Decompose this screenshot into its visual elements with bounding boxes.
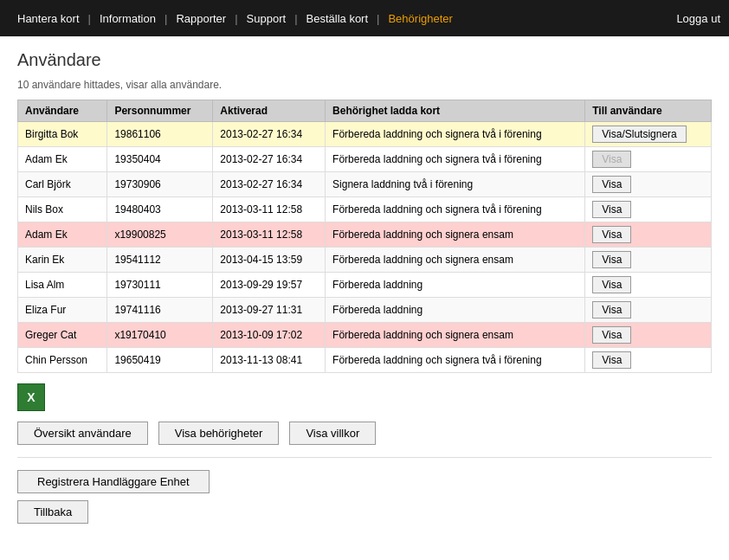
user-action-button[interactable]: Visa bbox=[592, 276, 631, 293]
table-row: Greger Catx191704102013-10-09 17:02Förbe… bbox=[18, 323, 712, 348]
user-activated: 2013-09-27 11:31 bbox=[213, 298, 326, 323]
user-activated: 2013-11-13 08:41 bbox=[213, 348, 326, 373]
user-name: Karin Ek bbox=[18, 248, 107, 273]
user-name: Greger Cat bbox=[18, 323, 107, 348]
table-row: Carl Björk197309062013-02-27 16:34Signer… bbox=[18, 172, 712, 197]
nav-rapporter[interactable]: Rapporter bbox=[167, 12, 235, 25]
user-name: Lisa Alm bbox=[18, 273, 107, 298]
user-activated: 2013-02-27 16:34 bbox=[213, 147, 326, 172]
user-permission: Förbereda laddning och signera två i för… bbox=[326, 122, 585, 147]
user-pnr: 19730906 bbox=[107, 172, 213, 197]
user-permission: Signera laddning två i förening bbox=[326, 172, 585, 197]
user-action-button[interactable]: Visa/Slutsignera bbox=[592, 126, 687, 143]
col-header-permission: Behörighet ladda kort bbox=[326, 100, 585, 122]
main-content: Användare 10 användare hittades, visar a… bbox=[0, 36, 729, 537]
visa-behorigheter-button[interactable]: Visa behörigheter bbox=[158, 422, 280, 445]
user-action-button: Visa bbox=[592, 151, 631, 168]
table-row: Nils Box194804032013-03-11 12:58Förbered… bbox=[18, 197, 712, 222]
table-row: Lisa Alm197301112013-09-29 19:57Förbered… bbox=[18, 273, 712, 298]
user-permission: Förbereda laddning och signera ensam bbox=[326, 222, 585, 248]
user-activated: 2013-03-11 12:58 bbox=[213, 222, 326, 248]
user-pnr: 19861106 bbox=[107, 122, 213, 147]
user-permission: Förbereda laddning och signera två i för… bbox=[326, 348, 585, 373]
user-action-button[interactable]: Visa bbox=[592, 201, 631, 218]
tillbaka-button[interactable]: Tillbaka bbox=[17, 500, 88, 524]
user-pnr: 19541112 bbox=[107, 248, 213, 273]
nav-bestalla-kort[interactable]: Beställa kort bbox=[298, 12, 377, 25]
oversikt-button[interactable]: Översikt användare bbox=[17, 422, 148, 445]
registrera-button[interactable]: Registrera Handläggare Enhet bbox=[17, 470, 210, 493]
user-pnr: 19480403 bbox=[107, 197, 213, 222]
bottom-buttons-row1: Översikt användare Visa behörigheter Vis… bbox=[17, 422, 712, 445]
table-row: Birgitta Bok198611062013-02-27 16:34Förb… bbox=[18, 122, 712, 147]
user-action-button[interactable]: Visa bbox=[592, 326, 631, 344]
user-action-button[interactable]: Visa bbox=[592, 351, 631, 369]
nav-hantera-kort[interactable]: Hantera kort bbox=[9, 12, 88, 25]
user-name: Adam Ek bbox=[18, 222, 107, 248]
navbar: Hantera kort | Information | Rapporter |… bbox=[0, 0, 729, 36]
page-title: Användare bbox=[17, 50, 712, 70]
logout-button[interactable]: Logga ut bbox=[676, 12, 720, 25]
visa-villkor-button[interactable]: Visa villkor bbox=[289, 422, 376, 445]
user-pnr: 19741116 bbox=[107, 298, 213, 323]
nav-information[interactable]: Information bbox=[91, 12, 165, 25]
table-row: Adam Ek193504042013-02-27 16:34Förbereda… bbox=[18, 147, 712, 172]
user-permission: Förbereda laddning och signera två i för… bbox=[326, 197, 585, 222]
users-table: Användare Personnummer Aktiverad Behörig… bbox=[17, 100, 712, 373]
user-activated: 2013-10-09 17:02 bbox=[213, 323, 326, 348]
user-action-button[interactable]: Visa bbox=[592, 251, 631, 268]
user-name: Birgitta Bok bbox=[18, 122, 107, 147]
user-pnr: 19730111 bbox=[107, 273, 213, 298]
table-row: Adam Ekx199008252013-03-11 12:58Förbered… bbox=[18, 222, 712, 248]
col-header-name: Användare bbox=[18, 100, 107, 122]
user-permission: Förbereda laddning och signera ensam bbox=[326, 323, 585, 348]
col-header-pnr: Personnummer bbox=[107, 100, 213, 122]
user-permission: Förbereda laddning och signera ensam bbox=[326, 248, 585, 273]
user-pnr: x19900825 bbox=[107, 222, 213, 248]
user-pnr: x19170410 bbox=[107, 323, 213, 348]
nav-support[interactable]: Support bbox=[238, 12, 295, 25]
bottom-buttons-row2: Registrera Handläggare Enhet Tillbaka bbox=[17, 457, 712, 524]
user-name: Carl Björk bbox=[18, 172, 107, 197]
user-permission: Förbereda laddning bbox=[326, 273, 585, 298]
user-activated: 2013-03-11 12:58 bbox=[213, 197, 326, 222]
user-name: Adam Ek bbox=[18, 147, 107, 172]
user-pnr: 19650419 bbox=[107, 348, 213, 373]
user-pnr: 19350404 bbox=[107, 147, 213, 172]
user-action-button[interactable]: Visa bbox=[592, 226, 631, 243]
user-activated: 2013-02-27 16:34 bbox=[213, 172, 326, 197]
user-permission: Förbereda laddning och signera två i för… bbox=[326, 147, 585, 172]
col-header-activated: Aktiverad bbox=[213, 100, 326, 122]
user-action-button[interactable]: Visa bbox=[592, 176, 631, 193]
user-name: Eliza Fur bbox=[18, 298, 107, 323]
user-action-button[interactable]: Visa bbox=[592, 301, 631, 319]
user-activated: 2013-09-29 19:57 bbox=[213, 273, 326, 298]
user-activated: 2013-04-15 13:59 bbox=[213, 248, 326, 273]
nav-behorigheter[interactable]: Behörigheter bbox=[379, 12, 461, 25]
user-permission: Förbereda laddning bbox=[326, 298, 585, 323]
page-subtitle: 10 användare hittades, visar alla använd… bbox=[17, 79, 712, 91]
user-name: Chin Persson bbox=[18, 348, 107, 373]
table-row: Eliza Fur197411162013-09-27 11:31Förbere… bbox=[18, 298, 712, 323]
excel-export-button[interactable]: X bbox=[17, 383, 45, 411]
table-row: Chin Persson196504192013-11-13 08:41Förb… bbox=[18, 348, 712, 373]
user-name: Nils Box bbox=[18, 197, 107, 222]
col-header-action: Till användare bbox=[585, 100, 712, 122]
user-activated: 2013-02-27 16:34 bbox=[213, 122, 326, 147]
table-row: Karin Ek195411122013-04-15 13:59Förbered… bbox=[18, 248, 712, 273]
